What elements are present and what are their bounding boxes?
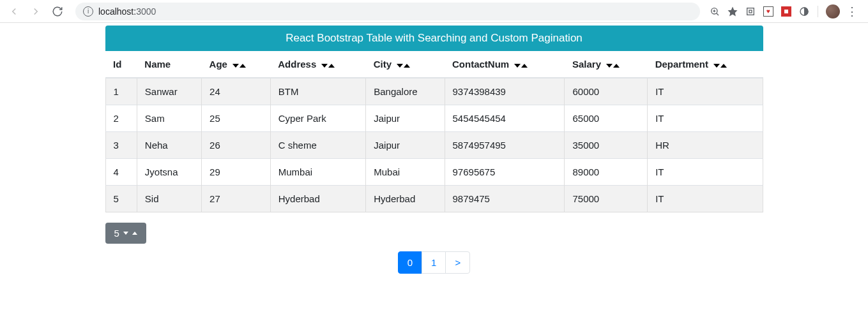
sort-desc-icon [514,64,521,68]
sort-asc-icon [328,64,335,68]
info-icon: i [83,6,93,17]
cell-address: BTM [270,78,365,105]
cell-city: Jaipur [366,132,445,159]
sort-asc-icon [613,64,620,68]
extension-crop-icon[interactable] [745,6,756,17]
sort-desc-icon [232,64,239,68]
cell-age: 24 [202,78,271,105]
toolbar-divider [818,6,818,17]
sort-desc-icon [397,64,403,68]
url-text: localhost:3000 [98,6,156,17]
sort-arrows[interactable] [514,64,528,68]
sort-arrows[interactable] [606,64,620,68]
sort-asc-icon [521,64,528,68]
cell-name: Sam [137,105,201,132]
cell-age: 27 [202,186,271,212]
sort-asc-icon [240,64,246,68]
cell-salary: 35000 [565,132,648,159]
address-bar[interactable]: i localhost:3000 [75,3,700,20]
page-container: React Bootstrap Table with Searching and… [105,23,763,274]
back-button[interactable] [5,3,23,20]
sort-arrows[interactable] [321,64,335,68]
data-table: IdNameAge Address City ContactNum Salary… [105,51,763,212]
column-label: Id [113,59,121,70]
cell-name: Sanwar [137,78,201,105]
column-header-address[interactable]: Address [270,51,365,78]
menu-dots-icon[interactable]: ⋮ [846,6,858,17]
column-label: Department [655,59,708,70]
cell-city: Mubai [366,159,445,186]
column-label: Address [278,59,316,70]
reload-button[interactable] [49,3,66,20]
cell-contact: 5874957495 [445,132,565,159]
cell-department: IT [648,78,763,105]
cell-salary: 60000 [565,78,648,105]
svg-line-3 [717,13,719,15]
column-label: ContactNum [452,59,509,70]
cell-salary: 89000 [565,159,648,186]
cell-address: Cyper Park [270,105,365,132]
cell-age: 29 [202,159,271,186]
table-row: 2Sam25Cyper ParkJaipur545454545465000IT [105,105,763,132]
table-row: 3Neha26C shemeJaipur587495749535000HR [105,132,763,159]
cell-contact: 97695675 [445,159,565,186]
cell-city: Bangalore [366,78,445,105]
sort-arrows[interactable] [232,64,246,68]
cell-department: IT [648,105,763,132]
cell-id: 5 [105,186,137,212]
sort-asc-icon [404,64,410,68]
column-header-city[interactable]: City [366,51,445,78]
table-row: 5Sid27HyderbadHyderbad987947575000IT [105,186,763,212]
page-title: React Bootstrap Table with Searching and… [105,26,763,51]
table-row: 4Jyotsna29MumbaiMubai9769567589000IT [105,159,763,186]
cell-name: Sid [137,186,201,212]
cell-id: 3 [105,132,137,159]
column-header-salary[interactable]: Salary [565,51,648,78]
page-button-1[interactable]: 1 [422,251,446,274]
toolbar-icons: ♥ ⋮ [709,4,863,19]
cell-address: Hyderbad [270,186,365,212]
sort-desc-icon [713,64,720,68]
svg-marker-4 [728,6,738,16]
table-body: 1Sanwar24BTMBangalore937439843960000IT2S… [105,78,763,212]
page-size-value: 5 [114,228,119,239]
cell-department: HR [648,132,763,159]
zoom-icon[interactable] [709,6,720,17]
svg-rect-6 [749,10,752,13]
pagination: 01> [105,251,763,274]
bookmark-star-icon[interactable] [727,6,738,17]
column-header-name: Name [137,51,201,78]
extension-red-icon[interactable] [780,6,792,17]
cell-contact: 5454545454 [445,105,565,132]
svg-rect-5 [747,8,754,15]
cell-salary: 65000 [565,105,648,132]
cell-address: Mumbai [270,159,365,186]
column-header-age[interactable]: Age [202,51,271,78]
caret-up-icon [132,232,137,235]
avatar[interactable] [826,4,840,19]
cell-age: 25 [202,105,271,132]
page-button-0[interactable]: 0 [398,251,422,274]
column-header-contactnum[interactable]: ContactNum [445,51,565,78]
cell-name: Neha [137,132,201,159]
forward-button[interactable] [27,3,45,20]
sort-desc-icon [606,64,613,68]
column-label: Salary [572,59,601,70]
column-header-id: Id [105,51,137,78]
cell-address: C sheme [270,132,365,159]
sort-desc-icon [321,64,328,68]
cell-salary: 75000 [565,186,648,212]
cell-age: 26 [202,132,271,159]
extension-circle-icon[interactable] [798,6,810,17]
sort-arrows[interactable] [713,64,727,68]
column-header-department[interactable]: Department [648,51,763,78]
caret-down-icon [123,232,128,235]
cell-contact: 9879475 [445,186,565,212]
page-next-button[interactable]: > [445,251,470,274]
sort-arrows[interactable] [397,64,410,68]
extension-heart-icon[interactable]: ♥ [763,6,774,17]
cell-city: Hyderbad [366,186,445,212]
page-size-select[interactable]: 5 [105,223,146,244]
cell-city: Jaipur [366,105,445,132]
cell-id: 2 [105,105,137,132]
